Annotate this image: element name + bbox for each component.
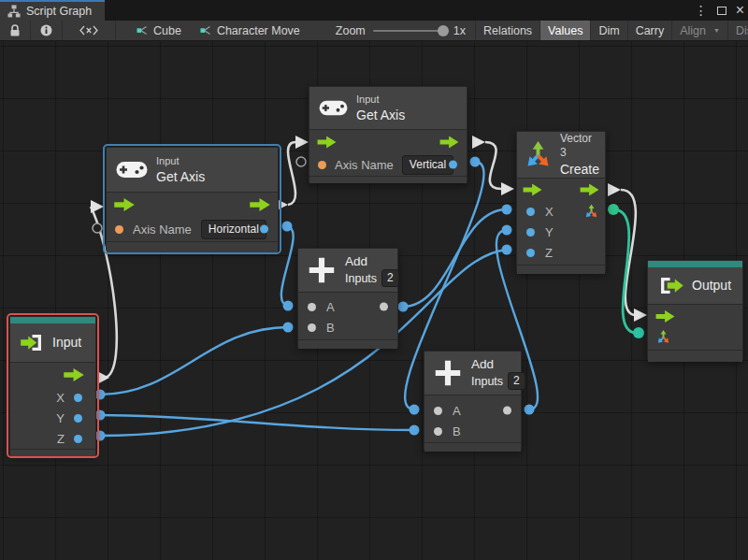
node-title: Create bbox=[560, 161, 599, 178]
param-label: Axis Name bbox=[335, 158, 394, 172]
port-label-y: Y bbox=[545, 225, 554, 239]
graph-breadcrumb-cube[interactable]: Cube bbox=[129, 21, 189, 40]
script-graph-asset-icon bbox=[200, 24, 212, 36]
vector3-in-icon[interactable] bbox=[655, 329, 671, 345]
port-out-sum[interactable] bbox=[503, 407, 511, 415]
toggle-carry[interactable]: Carry bbox=[628, 21, 673, 40]
node-footer bbox=[10, 449, 95, 458]
plus-icon bbox=[432, 357, 464, 389]
zoom-slider[interactable] bbox=[373, 30, 446, 32]
inputs-label: Inputs bbox=[471, 374, 503, 389]
lock-icon bbox=[9, 24, 21, 37]
node-category: Input bbox=[356, 93, 405, 106]
port-in-b[interactable] bbox=[434, 427, 442, 436]
input-event-icon bbox=[20, 334, 45, 352]
toggle-dim[interactable]: Dim bbox=[591, 21, 627, 40]
toggle-relations[interactable]: Relations bbox=[475, 21, 540, 40]
port-in-b[interactable] bbox=[308, 323, 316, 332]
node-title: Get Axis bbox=[156, 168, 205, 185]
port-label-z: Z bbox=[57, 432, 65, 446]
flow-out-arrow-icon[interactable] bbox=[580, 184, 599, 196]
port-out-value[interactable] bbox=[260, 225, 268, 234]
param-label: Axis Name bbox=[133, 223, 192, 237]
node-footer bbox=[648, 350, 742, 362]
axis-name-field[interactable]: Vertical bbox=[402, 155, 453, 175]
kebab-menu-icon[interactable]: ⋮ bbox=[695, 4, 708, 17]
close-icon[interactable]: × bbox=[736, 3, 744, 18]
port-in-a[interactable] bbox=[308, 303, 316, 311]
tab-script-graph[interactable]: Script Graph bbox=[0, 0, 105, 21]
node-title: Input bbox=[52, 334, 81, 351]
node-category: Input bbox=[156, 154, 205, 167]
plus-icon bbox=[306, 254, 338, 286]
port-label-a: A bbox=[326, 300, 335, 314]
axis-name-field[interactable]: Horizontal bbox=[201, 220, 266, 239]
event-color-strip bbox=[648, 261, 742, 267]
gamepad-icon bbox=[116, 160, 148, 179]
align-dropdown[interactable]: Align ▼ bbox=[672, 21, 728, 40]
port-in-a[interactable] bbox=[434, 407, 442, 415]
zoom-value: 1x bbox=[453, 24, 466, 37]
port-in-x[interactable] bbox=[526, 208, 535, 216]
node-title: Add bbox=[345, 253, 399, 270]
flow-out-arrow-icon[interactable] bbox=[250, 198, 270, 211]
graph-toolbar: Cube Character Move Zoom 1x Relations Va… bbox=[0, 21, 748, 41]
node-input-event[interactable]: Input X Y Z bbox=[9, 316, 96, 455]
distribute-dropdown[interactable]: Distribute ▼ bbox=[728, 21, 748, 40]
port-label-a: A bbox=[453, 404, 461, 418]
inputs-count-field[interactable]: 2 bbox=[381, 269, 399, 287]
port-in-z[interactable] bbox=[526, 249, 535, 257]
flow-in-arrow-icon[interactable] bbox=[523, 184, 542, 196]
maximize-icon[interactable] bbox=[717, 7, 726, 15]
port-label-b: B bbox=[326, 321, 335, 335]
script-graph-asset-icon bbox=[137, 24, 149, 36]
node-footer bbox=[517, 265, 605, 274]
node-footer bbox=[309, 176, 467, 183]
gamepad-icon bbox=[319, 99, 348, 117]
port-out-z[interactable] bbox=[74, 435, 82, 443]
inputs-count-field[interactable]: 2 bbox=[508, 372, 525, 390]
node-get-axis-horizontal[interactable]: Input Get Axis Axis Name Horizontal bbox=[106, 147, 279, 251]
node-footer bbox=[298, 339, 397, 349]
port-out-x[interactable] bbox=[74, 394, 82, 402]
chevron-down-icon: ▼ bbox=[713, 27, 720, 34]
window-controls: ⋮ × bbox=[695, 0, 744, 21]
node-title: Get Axis bbox=[356, 107, 405, 123]
output-event-icon bbox=[657, 277, 684, 294]
port-out-value[interactable] bbox=[449, 161, 457, 169]
node-footer bbox=[424, 442, 521, 452]
code-icon bbox=[79, 25, 98, 36]
flow-out-arrow-icon[interactable] bbox=[439, 136, 459, 148]
toggle-values[interactable]: Values bbox=[540, 21, 591, 40]
port-in-y[interactable] bbox=[526, 228, 535, 237]
port-in-axis-name[interactable] bbox=[115, 225, 123, 234]
vector3-icon bbox=[523, 139, 554, 170]
node-get-axis-vertical[interactable]: Input Get Axis Axis Name Vertical bbox=[309, 86, 468, 183]
port-label-y: Y bbox=[56, 411, 65, 425]
port-in-axis-name[interactable] bbox=[318, 161, 326, 169]
inputs-label: Inputs bbox=[345, 271, 377, 286]
flow-in-arrow-icon[interactable] bbox=[317, 136, 337, 148]
zoom-label: Zoom bbox=[336, 24, 366, 37]
flow-in-arrow-icon[interactable] bbox=[114, 198, 135, 211]
vector3-out-icon[interactable] bbox=[583, 204, 599, 220]
code-view-button[interactable] bbox=[63, 21, 116, 40]
node-output[interactable]: Output bbox=[647, 260, 743, 361]
graph-breadcrumb-character-move[interactable]: Character Move bbox=[193, 21, 308, 40]
node-footer bbox=[107, 241, 278, 252]
info-button[interactable] bbox=[31, 21, 63, 40]
zoom-control: Zoom 1x bbox=[336, 21, 466, 40]
flow-out-arrow-icon[interactable] bbox=[64, 368, 84, 381]
node-add-1[interactable]: Add Inputs 2 A B bbox=[297, 248, 398, 348]
tab-label: Script Graph bbox=[26, 5, 92, 18]
flow-in-arrow-icon[interactable] bbox=[655, 310, 675, 323]
tab-bar: Script Graph ⋮ × bbox=[0, 0, 748, 21]
port-label-b: B bbox=[453, 424, 461, 438]
lock-button[interactable] bbox=[0, 21, 31, 40]
node-vector3-create[interactable]: Vector 3 Create X bbox=[516, 131, 606, 273]
node-add-2[interactable]: Add Inputs 2 A B bbox=[424, 351, 522, 451]
port-out-y[interactable] bbox=[74, 414, 82, 423]
zoom-slider-handle[interactable] bbox=[438, 25, 449, 36]
port-out-sum[interactable] bbox=[380, 303, 388, 311]
unity-script-graph-window: Script Graph ⋮ × bbox=[0, 0, 748, 560]
